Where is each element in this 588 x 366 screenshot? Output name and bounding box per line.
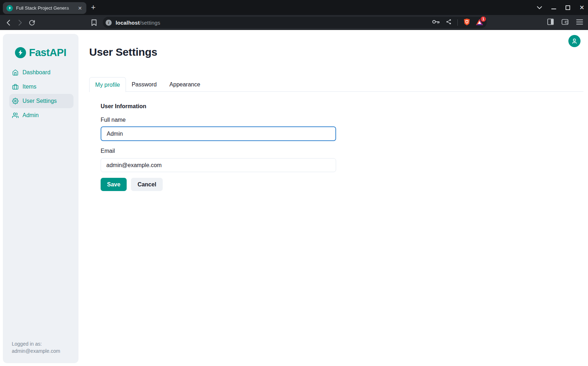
browser-tab[interactable]: Full Stack Project Genera ✕: [3, 2, 86, 14]
email-label: Email: [101, 148, 115, 154]
tab-search-chevron-icon[interactable]: [537, 6, 542, 9]
share-icon[interactable]: [446, 19, 452, 26]
bookmark-icon[interactable]: [89, 18, 98, 27]
astronaut-user-icon: [571, 38, 578, 44]
new-tab-button[interactable]: +: [91, 4, 96, 11]
password-key-icon[interactable]: [432, 19, 440, 26]
email-input[interactable]: [101, 158, 336, 172]
home-icon: [12, 69, 19, 76]
sidebar-item-label: Items: [22, 84, 36, 90]
full-name-input[interactable]: [101, 126, 336, 141]
toolbar-separator: [457, 19, 458, 26]
tab-my-profile[interactable]: My profile: [89, 77, 126, 92]
sidebar-item-label: User Settings: [22, 98, 57, 104]
form-actions: Save Cancel: [101, 178, 163, 191]
rewards-badge: 1: [481, 16, 486, 22]
window-close-button[interactable]: ✕: [579, 4, 584, 11]
tab-title: Full Stack Project Genera: [16, 5, 76, 11]
site-info-icon[interactable]: i: [106, 20, 112, 26]
tab-close-icon[interactable]: ✕: [76, 5, 83, 11]
browser-tabstrip: Full Stack Project Genera ✕ + ✕: [0, 0, 588, 15]
sidebar-item-label: Dashboard: [22, 69, 50, 76]
users-icon: [12, 112, 19, 119]
sidebar-panel-icon[interactable]: [547, 19, 554, 26]
full-name-label: Full name: [101, 117, 126, 123]
tab-appearance[interactable]: Appearance: [162, 77, 207, 92]
wallet-icon[interactable]: [562, 19, 568, 26]
logged-in-as: Logged in as: admin@example.com: [12, 340, 60, 355]
reload-button[interactable]: [27, 18, 36, 27]
url-text: localhost/settings: [116, 20, 160, 26]
forward-button[interactable]: [15, 18, 25, 27]
fastapi-logo: FastAPI: [3, 47, 78, 59]
window-minimize-button[interactable]: [551, 5, 556, 10]
logged-in-email: admin@example.com: [12, 347, 60, 355]
url-bar[interactable]: i localhost/settings 1: [103, 17, 487, 28]
save-button[interactable]: Save: [101, 178, 127, 191]
screen: Full Stack Project Genera ✕ + ✕ i: [0, 0, 588, 366]
sidebar-nav: Dashboard Items User Settings Admin: [3, 65, 78, 122]
menu-hamburger-icon[interactable]: [576, 19, 583, 26]
section-title: User Information: [101, 103, 146, 110]
window-maximize-button[interactable]: [566, 5, 570, 10]
briefcase-icon: [12, 84, 19, 90]
fastapi-logo-text: FastAPI: [29, 47, 66, 59]
app-page: FastAPI Dashboard Items User Settings: [0, 30, 588, 366]
brave-rewards-icon[interactable]: 1: [476, 19, 483, 26]
settings-tabs: My profile Password Appearance: [89, 77, 583, 92]
gear-icon: [12, 98, 19, 104]
fastapi-favicon-icon: [6, 5, 13, 11]
user-menu-avatar[interactable]: [568, 35, 581, 47]
brave-shield-icon[interactable]: [463, 18, 470, 27]
sidebar-item-user-settings[interactable]: User Settings: [9, 94, 74, 108]
fastapi-logo-icon: [15, 47, 26, 58]
tab-password[interactable]: Password: [126, 77, 162, 92]
sidebar-item-dashboard[interactable]: Dashboard: [9, 65, 74, 80]
main-content: User Settings My profile Password Appear…: [89, 30, 583, 366]
page-title: User Settings: [89, 46, 157, 58]
logged-in-label: Logged in as:: [12, 340, 60, 347]
sidebar: FastAPI Dashboard Items User Settings: [3, 34, 78, 363]
back-button[interactable]: [4, 18, 13, 27]
cancel-button[interactable]: Cancel: [131, 178, 162, 191]
sidebar-item-admin[interactable]: Admin: [9, 108, 74, 122]
sidebar-item-items[interactable]: Items: [9, 80, 74, 94]
sidebar-item-label: Admin: [22, 112, 39, 119]
